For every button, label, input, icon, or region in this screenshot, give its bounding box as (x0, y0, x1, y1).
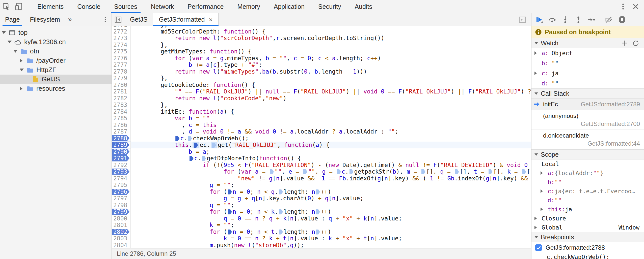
code-line-content[interactable]: this.ec.get("RAIL_OkLJUJ", function(a) { (131, 142, 531, 148)
inline-breakpoint-marker-candidate[interactable] (350, 169, 354, 174)
watch-item-c[interactable]: c:ja (531, 68, 644, 78)
code-line-content[interactable]: initEc: function(a) { (131, 108, 531, 115)
inline-breakpoint-marker-active[interactable] (228, 189, 232, 195)
scope-group-local[interactable]: Local (531, 159, 644, 169)
inline-breakpoint-marker-active[interactable] (175, 136, 179, 141)
line-number-gutter[interactable]: 2803 (112, 235, 131, 242)
line-number-gutter[interactable]: 2782 (112, 95, 131, 102)
code-line-2782[interactable]: 2782 return new l("cookieCode","new") (112, 95, 531, 102)
inline-breakpoint-marker-candidate[interactable] (421, 169, 425, 174)
code-line-content[interactable]: var b = "" (131, 115, 531, 122)
line-number-gutter[interactable]: 2795 (112, 182, 131, 188)
line-number-gutter[interactable]: 2775 (112, 48, 131, 55)
device-toolbar-icon[interactable] (13, 0, 25, 13)
collapse-navigator-icon[interactable] (112, 13, 124, 26)
step-into-button[interactable] (559, 13, 572, 26)
chevron-right-icon[interactable] (534, 72, 542, 75)
code-line-2796[interactable]: 2796 for (n = 0; n < q.length; n++) (112, 188, 531, 195)
code-line-content[interactable]: b += a[c].type + "#"; (131, 61, 531, 68)
inline-breakpoint-marker-candidate[interactable] (337, 169, 341, 174)
code-line-2773[interactable]: 2773 return new l("scrColorDepth",r.scre… (112, 35, 531, 42)
panel-tab-elements[interactable]: Elements (31, 0, 70, 13)
collapse-debugger-panel-icon[interactable] (516, 13, 529, 26)
code-line-content[interactable]: k = 0 == n ? k + t[n].value : k + "x" + … (131, 235, 531, 242)
close-tab-icon[interactable]: × (209, 16, 213, 23)
chevron-right-icon[interactable] (541, 208, 548, 211)
code-line-2801[interactable]: 2801 k = ""; (112, 222, 531, 229)
scope-variable-c[interactable]: c: ja {ec: t.e…e.t.Evercoo… (531, 187, 644, 196)
line-number-gutter[interactable]: 2772 (112, 28, 131, 35)
panel-tab-application[interactable]: Application (267, 0, 311, 13)
line-number-gutter[interactable]: 2785 (112, 115, 131, 122)
panel-tab-sources[interactable]: Sources (107, 0, 144, 13)
code-line-2802[interactable]: 2802 for (n = 0; n < t.length; n++) (112, 229, 531, 235)
watch-item-a[interactable]: a:Object (531, 48, 644, 58)
code-line-content[interactable]: b = a; (131, 148, 531, 155)
code-line-2804[interactable]: 2804 m.push(new l("storeDb",g)); (112, 242, 531, 248)
code-line-2777[interactable]: 2777 b += a[c].type + "#"; (112, 61, 531, 68)
code-line-content[interactable]: return new l("scrColorDepth",r.screen.co… (131, 35, 531, 42)
checkbox-checked-icon[interactable] (535, 244, 546, 251)
line-number-gutter[interactable]: 2797 (112, 195, 131, 202)
code-line-content[interactable]: for (n = 0; n < q.length; n++) (131, 188, 531, 195)
breakpoint-gutter[interactable]: 2789 (112, 142, 131, 148)
panel-tab-performance[interactable]: Performance (181, 0, 230, 13)
line-number-gutter[interactable]: 2778 (112, 68, 131, 75)
inline-breakpoint-marker-active[interactable] (228, 209, 232, 214)
code-line-2791[interactable]: 2791 c.getDfpMoreInfo(function() { (112, 155, 531, 162)
code-line-content[interactable]: for (var a = g.mimeTypes, b = "", c = 0;… (131, 55, 531, 62)
pause-on-exceptions-button[interactable] (615, 13, 629, 26)
code-line-content[interactable]: g = ""; (131, 182, 531, 188)
inline-breakpoint-marker-candidate[interactable] (279, 189, 283, 195)
code-area[interactable]: 2771 },2772 md5ScrColorDepth: function()… (112, 26, 531, 248)
add-watch-expression-icon[interactable] (619, 38, 630, 48)
code-line-2776[interactable]: 2776 for (var a = g.mimeTypes, b = "", c… (112, 55, 531, 62)
code-line-2788[interactable]: 2788 c.checkWapOrWeb(); (112, 135, 531, 142)
code-line-content[interactable]: return new l("mimeTypes",ba(b.substr(0, … (131, 68, 531, 75)
code-line-content[interactable]: }, (131, 42, 531, 48)
inline-breakpoint-marker-candidate[interactable] (455, 169, 459, 174)
line-number-gutter[interactable]: 2794 (112, 175, 131, 182)
scope-variable-this[interactable]: this: ja (531, 205, 644, 214)
tree-item--payorder[interactable]: /payOrder (0, 56, 112, 65)
inline-breakpoint-marker-candidate[interactable] (303, 169, 307, 174)
line-number-gutter[interactable]: 2771 (112, 26, 131, 28)
inline-breakpoint-marker-candidate[interactable] (212, 143, 216, 148)
inline-breakpoint-marker-candidate[interactable] (202, 156, 206, 161)
code-line-2790[interactable]: 2790 b = a; (112, 148, 531, 155)
code-line-2787[interactable]: 2787 , d = void 0 != a && void 0 != a.lo… (112, 128, 531, 135)
chevron-down-icon[interactable] (8, 41, 14, 43)
code-line-2775[interactable]: 2775 getMimeTypes: function() { (112, 48, 531, 55)
code-line-2780[interactable]: 2780 getCookieCode: function() { (112, 82, 531, 88)
breakpoint-gutter[interactable]: 2791 (112, 155, 131, 162)
code-line-content[interactable]: }, (131, 102, 531, 108)
inline-breakpoint-marker-candidate[interactable] (188, 136, 192, 141)
line-number-gutter[interactable]: 2774 (112, 42, 131, 48)
code-line-2786[interactable]: 2786 , c = this (112, 122, 531, 128)
line-number-gutter[interactable]: 2779 (112, 75, 131, 82)
call-stack-frame-initEc[interactable]: initEcGetJS:formatted:2789 (531, 99, 644, 110)
code-line-content[interactable]: for (var a = "", e = "", g = c.getpackSt… (131, 168, 531, 175)
line-number-gutter[interactable]: 2777 (112, 61, 131, 68)
step-button[interactable] (585, 13, 598, 26)
code-line-2795[interactable]: 2795 g = ""; (112, 182, 531, 188)
breakpoint-gutter[interactable]: 2796 (112, 188, 131, 195)
code-line-2800[interactable]: 2800 q = 0 == n ? q + k[n].value : q + "… (112, 215, 531, 222)
code-line-2784[interactable]: 2784 initEc: function(a) { (112, 108, 531, 115)
breakpoint-gutter[interactable]: 2793 (112, 168, 131, 175)
line-number-gutter[interactable]: 2784 (112, 108, 131, 115)
code-line-content[interactable]: m.push(new l("storeDb",g)); (131, 242, 531, 248)
line-number-gutter[interactable]: 2801 (112, 222, 131, 229)
inline-breakpoint-marker-candidate[interactable] (522, 169, 526, 174)
tree-item-kyfw-12306-cn[interactable]: kyfw.12306.cn (0, 37, 112, 47)
code-line-2778[interactable]: 2778 return new l("mimeTypes",ba(b.subst… (112, 68, 531, 75)
inline-breakpoint-marker-candidate[interactable] (279, 230, 283, 235)
code-line-2794[interactable]: 2794 "new" != g[n].value && -1 == Fb.ind… (112, 175, 531, 182)
code-line-2799[interactable]: 2799 for (n = 0; n < k.length; n++) (112, 208, 531, 215)
code-line-2792[interactable]: 2792 if (!(9E5 < F("RAIL_EXPIRATION") - … (112, 162, 531, 169)
code-line-content[interactable]: }, (131, 26, 531, 28)
inline-breakpoint-marker-active[interactable] (190, 156, 194, 161)
call-stack-frame--anonymous-[interactable]: (anonymous)GetJS:formatted:2700 (531, 110, 644, 130)
scope-variable-d[interactable]: d: "" (531, 196, 644, 205)
chevron-down-icon[interactable] (2, 31, 8, 34)
